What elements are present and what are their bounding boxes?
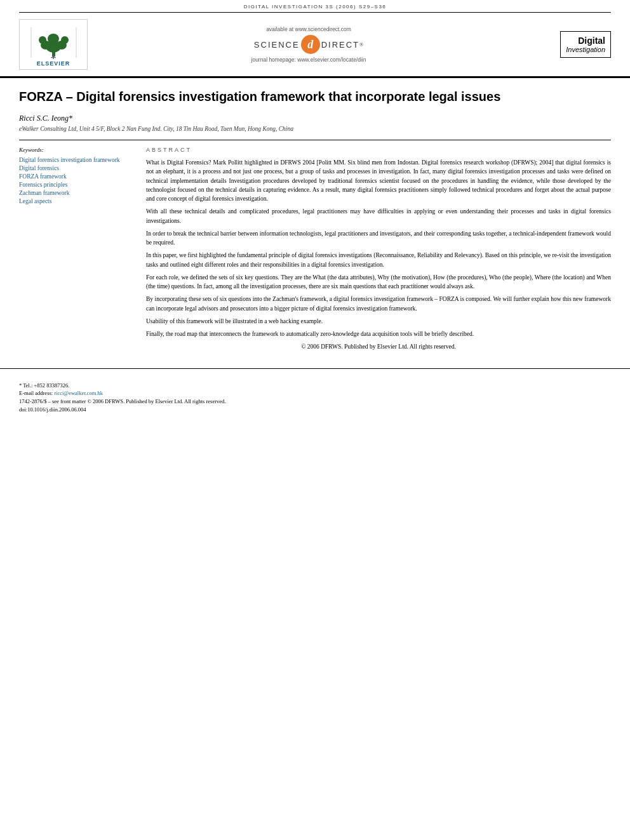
registered-symbol: ® <box>359 42 363 48</box>
footnote-email: E-mail address: ricci@ewalker.com.hk <box>19 389 611 397</box>
footnote-doi: doi:10.1016/j.diin.2006.06.004 <box>19 406 611 414</box>
di-digital-text: Digital <box>566 36 605 46</box>
keyword-item-3[interactable]: FORZA framework <box>19 173 133 180</box>
abstract-text: What is Digital Forensics? Mark Pollitt … <box>146 158 611 352</box>
footnote-tel: * Tel.: +852 83387326. <box>19 382 611 390</box>
svg-point-7 <box>52 55 55 57</box>
abstract-para-3: In order to break the technical barrier … <box>146 229 611 248</box>
journal-reference: DIGITAL INVESTIGATION 3S (2006) S29–S36 <box>0 0 630 12</box>
content-divider <box>19 140 611 140</box>
sd-d-letter: d <box>307 39 313 50</box>
available-text: available at www.sciencedirect.com <box>266 26 351 32</box>
author-name: Ricci S.C. Ieong* <box>19 114 611 123</box>
keyword-item-1[interactable]: Digital forensics investigation framewor… <box>19 157 133 163</box>
keyword-item-5[interactable]: Zachman framework <box>19 190 133 196</box>
di-investigation-text: Investigation <box>566 46 605 53</box>
email-label: E-mail address: <box>19 390 53 396</box>
footnote-issn: 1742-2876/$ – see front matter © 2006 DF… <box>19 397 611 406</box>
sciencedirect-logo: SCIENCE d DIRECT ® <box>254 35 363 54</box>
abstract-para-8: Finally, the road map that interconnects… <box>146 330 611 338</box>
keyword-item-6[interactable]: Legal aspects <box>19 198 133 204</box>
author-affiliation: eWalker Consulting Ltd, Unit 4 5/F, Bloc… <box>19 126 611 132</box>
elsevier-tree-icon <box>30 26 77 59</box>
science-text: SCIENCE <box>254 40 300 50</box>
keyword-item-4[interactable]: Forensics principles <box>19 182 133 188</box>
copyright-line: © 2006 DFRWS. Published by Elsevier Ltd.… <box>146 342 611 351</box>
abstract-column: ABSTRACT What is Digital Forensics? Mark… <box>146 147 611 356</box>
abstract-para-2: With all these technical details and com… <box>146 207 611 225</box>
digital-investigation-logo: Digital Investigation <box>528 31 611 58</box>
main-content: FORZA – Digital forensics investigation … <box>0 78 630 356</box>
footer-section: * Tel.: +852 83387326. E-mail address: r… <box>0 368 630 420</box>
abstract-para-6: By incorporating these sets of six quest… <box>146 295 611 313</box>
sd-circle-icon: d <box>301 35 320 54</box>
email-link[interactable]: ricci@ewalker.com.hk <box>54 390 103 396</box>
elsevier-logo: ELSEVIER <box>19 19 89 70</box>
keywords-column: Keywords: Digital forensics investigatio… <box>19 147 133 356</box>
svg-point-4 <box>39 36 46 44</box>
keywords-label: Keywords: <box>19 147 133 153</box>
two-column-layout: Keywords: Digital forensics investigatio… <box>19 147 611 356</box>
direct-text: DIRECT <box>321 40 359 50</box>
abstract-header: ABSTRACT <box>146 147 611 153</box>
article-title: FORZA – Digital forensics investigation … <box>19 88 611 105</box>
elsevier-label: ELSEVIER <box>37 60 70 67</box>
header-center: available at www.sciencedirect.com SCIEN… <box>89 26 528 63</box>
header-area: ELSEVIER available at www.sciencedirect.… <box>0 13 630 78</box>
page: DIGITAL INVESTIGATION 3S (2006) S29–S36 <box>0 0 630 840</box>
abstract-para-1: What is Digital Forensics? Mark Pollitt … <box>146 158 611 203</box>
journal-homepage-text: journal homepage: www.elsevier.com/locat… <box>251 57 366 63</box>
keyword-item-2[interactable]: Digital forensics <box>19 165 133 171</box>
abstract-para-7: Usability of this framework will be illu… <box>146 317 611 326</box>
abstract-para-5: For each role, we defined the sets of si… <box>146 273 611 291</box>
abstract-para-4: In this paper, we first highlighted the … <box>146 251 611 269</box>
svg-point-5 <box>61 36 69 44</box>
svg-point-6 <box>48 34 59 44</box>
